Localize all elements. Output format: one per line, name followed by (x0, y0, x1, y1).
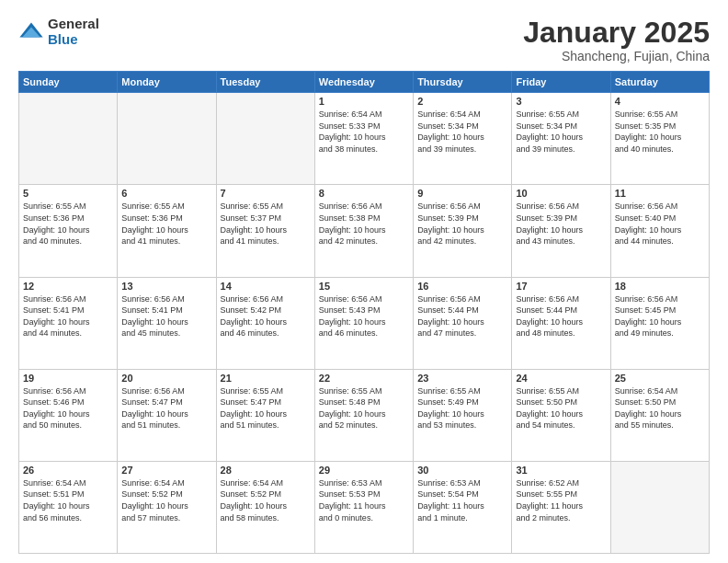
calendar-cell: 14Sunrise: 6:56 AM Sunset: 5:42 PM Dayli… (216, 277, 314, 369)
day-info: Sunrise: 6:55 AM Sunset: 5:36 PM Dayligh… (121, 201, 211, 247)
calendar-cell: 7Sunrise: 6:55 AM Sunset: 5:37 PM Daylig… (216, 185, 314, 277)
calendar-cell: 25Sunrise: 6:54 AM Sunset: 5:50 PM Dayli… (610, 369, 709, 461)
calendar-cell: 21Sunrise: 6:55 AM Sunset: 5:47 PM Dayli… (216, 369, 314, 461)
day-number: 20 (121, 373, 211, 384)
day-number: 3 (516, 96, 606, 107)
day-number: 21 (221, 373, 311, 384)
day-info: Sunrise: 6:55 AM Sunset: 5:37 PM Dayligh… (221, 201, 311, 247)
day-info: Sunrise: 6:54 AM Sunset: 5:33 PM Dayligh… (319, 109, 409, 155)
logo-icon (18, 19, 44, 45)
week-row-3: 12Sunrise: 6:56 AM Sunset: 5:41 PM Dayli… (19, 277, 710, 369)
day-number: 7 (221, 188, 311, 199)
week-row-2: 5Sunrise: 6:55 AM Sunset: 5:36 PM Daylig… (19, 185, 710, 277)
calendar-cell: 11Sunrise: 6:56 AM Sunset: 5:40 PM Dayli… (610, 185, 709, 277)
day-info: Sunrise: 6:55 AM Sunset: 5:49 PM Dayligh… (417, 385, 507, 431)
day-number: 29 (319, 465, 409, 476)
day-info: Sunrise: 6:53 AM Sunset: 5:53 PM Dayligh… (319, 477, 409, 523)
day-info: Sunrise: 6:56 AM Sunset: 5:39 PM Dayligh… (417, 201, 507, 247)
weekday-monday: Monday (118, 72, 216, 93)
day-number: 31 (516, 465, 606, 476)
day-number: 12 (23, 281, 113, 292)
day-info: Sunrise: 6:55 AM Sunset: 5:50 PM Dayligh… (516, 385, 606, 431)
calendar-cell: 30Sunrise: 6:53 AM Sunset: 5:54 PM Dayli… (414, 461, 512, 553)
calendar-cell: 13Sunrise: 6:56 AM Sunset: 5:41 PM Dayli… (118, 277, 216, 369)
calendar-cell (216, 93, 314, 185)
calendar-cell: 6Sunrise: 6:55 AM Sunset: 5:36 PM Daylig… (118, 185, 216, 277)
day-info: Sunrise: 6:56 AM Sunset: 5:44 PM Dayligh… (516, 293, 606, 339)
day-info: Sunrise: 6:53 AM Sunset: 5:54 PM Dayligh… (417, 477, 507, 523)
title-block: January 2025 Shancheng, Fujian, China (523, 17, 710, 63)
day-info: Sunrise: 6:56 AM Sunset: 5:38 PM Dayligh… (319, 201, 409, 247)
week-row-5: 26Sunrise: 6:54 AM Sunset: 5:51 PM Dayli… (19, 461, 710, 553)
logo: General Blue (18, 17, 99, 47)
calendar-cell: 3Sunrise: 6:55 AM Sunset: 5:34 PM Daylig… (512, 93, 610, 185)
day-info: Sunrise: 6:55 AM Sunset: 5:36 PM Dayligh… (23, 201, 113, 247)
month-title: January 2025 (523, 17, 710, 49)
day-number: 15 (319, 281, 409, 292)
calendar-cell: 26Sunrise: 6:54 AM Sunset: 5:51 PM Dayli… (19, 461, 118, 553)
day-info: Sunrise: 6:55 AM Sunset: 5:47 PM Dayligh… (221, 385, 311, 431)
calendar-cell: 15Sunrise: 6:56 AM Sunset: 5:43 PM Dayli… (314, 277, 413, 369)
weekday-sunday: Sunday (19, 72, 118, 93)
day-number: 18 (615, 281, 705, 292)
weekday-wednesday: Wednesday (314, 72, 413, 93)
calendar: SundayMondayTuesdayWednesdayThursdayFrid… (18, 71, 710, 554)
day-info: Sunrise: 6:56 AM Sunset: 5:42 PM Dayligh… (221, 293, 311, 339)
calendar-cell: 27Sunrise: 6:54 AM Sunset: 5:52 PM Dayli… (118, 461, 216, 553)
day-info: Sunrise: 6:56 AM Sunset: 5:47 PM Dayligh… (121, 385, 211, 431)
day-info: Sunrise: 6:55 AM Sunset: 5:34 PM Dayligh… (516, 109, 606, 155)
calendar-cell: 4Sunrise: 6:55 AM Sunset: 5:35 PM Daylig… (610, 93, 709, 185)
day-number: 19 (23, 373, 113, 384)
day-number: 25 (615, 373, 705, 384)
weekday-friday: Friday (512, 72, 610, 93)
calendar-cell (19, 93, 118, 185)
day-number: 28 (221, 465, 311, 476)
calendar-cell: 9Sunrise: 6:56 AM Sunset: 5:39 PM Daylig… (414, 185, 512, 277)
day-number: 16 (417, 281, 507, 292)
calendar-cell (610, 461, 709, 553)
calendar-cell: 17Sunrise: 6:56 AM Sunset: 5:44 PM Dayli… (512, 277, 610, 369)
day-number: 17 (516, 281, 606, 292)
day-number: 27 (121, 465, 211, 476)
weekday-header-row: SundayMondayTuesdayWednesdayThursdayFrid… (19, 72, 710, 93)
day-number: 11 (615, 188, 705, 199)
day-number: 6 (121, 188, 211, 199)
calendar-cell: 12Sunrise: 6:56 AM Sunset: 5:41 PM Dayli… (19, 277, 118, 369)
day-info: Sunrise: 6:54 AM Sunset: 5:52 PM Dayligh… (221, 477, 311, 523)
location: Shancheng, Fujian, China (523, 49, 710, 63)
calendar-cell (118, 93, 216, 185)
day-info: Sunrise: 6:56 AM Sunset: 5:45 PM Dayligh… (615, 293, 705, 339)
day-number: 30 (417, 465, 507, 476)
day-number: 9 (417, 188, 507, 199)
day-info: Sunrise: 6:56 AM Sunset: 5:39 PM Dayligh… (516, 201, 606, 247)
day-info: Sunrise: 6:56 AM Sunset: 5:41 PM Dayligh… (121, 293, 211, 339)
calendar-cell: 28Sunrise: 6:54 AM Sunset: 5:52 PM Dayli… (216, 461, 314, 553)
day-info: Sunrise: 6:56 AM Sunset: 5:40 PM Dayligh… (615, 201, 705, 247)
day-info: Sunrise: 6:54 AM Sunset: 5:51 PM Dayligh… (23, 477, 113, 523)
calendar-cell: 29Sunrise: 6:53 AM Sunset: 5:53 PM Dayli… (314, 461, 413, 553)
day-number: 26 (23, 465, 113, 476)
day-info: Sunrise: 6:54 AM Sunset: 5:52 PM Dayligh… (121, 477, 211, 523)
logo-general: General (48, 17, 99, 32)
day-info: Sunrise: 6:56 AM Sunset: 5:43 PM Dayligh… (319, 293, 409, 339)
logo-blue: Blue (48, 32, 99, 48)
calendar-cell: 8Sunrise: 6:56 AM Sunset: 5:38 PM Daylig… (314, 185, 413, 277)
day-number: 22 (319, 373, 409, 384)
weekday-saturday: Saturday (610, 72, 709, 93)
day-number: 13 (121, 281, 211, 292)
day-number: 10 (516, 188, 606, 199)
calendar-cell: 23Sunrise: 6:55 AM Sunset: 5:49 PM Dayli… (414, 369, 512, 461)
header: General Blue January 2025 Shancheng, Fuj… (18, 17, 710, 63)
calendar-cell: 2Sunrise: 6:54 AM Sunset: 5:34 PM Daylig… (414, 93, 512, 185)
weekday-thursday: Thursday (414, 72, 512, 93)
day-number: 5 (23, 188, 113, 199)
day-number: 8 (319, 188, 409, 199)
calendar-cell: 10Sunrise: 6:56 AM Sunset: 5:39 PM Dayli… (512, 185, 610, 277)
calendar-cell: 22Sunrise: 6:55 AM Sunset: 5:48 PM Dayli… (314, 369, 413, 461)
day-info: Sunrise: 6:55 AM Sunset: 5:35 PM Dayligh… (615, 109, 705, 155)
calendar-cell: 20Sunrise: 6:56 AM Sunset: 5:47 PM Dayli… (118, 369, 216, 461)
day-number: 2 (417, 96, 507, 107)
page: General Blue January 2025 Shancheng, Fuj… (0, 0, 728, 563)
week-row-4: 19Sunrise: 6:56 AM Sunset: 5:46 PM Dayli… (19, 369, 710, 461)
calendar-cell: 24Sunrise: 6:55 AM Sunset: 5:50 PM Dayli… (512, 369, 610, 461)
